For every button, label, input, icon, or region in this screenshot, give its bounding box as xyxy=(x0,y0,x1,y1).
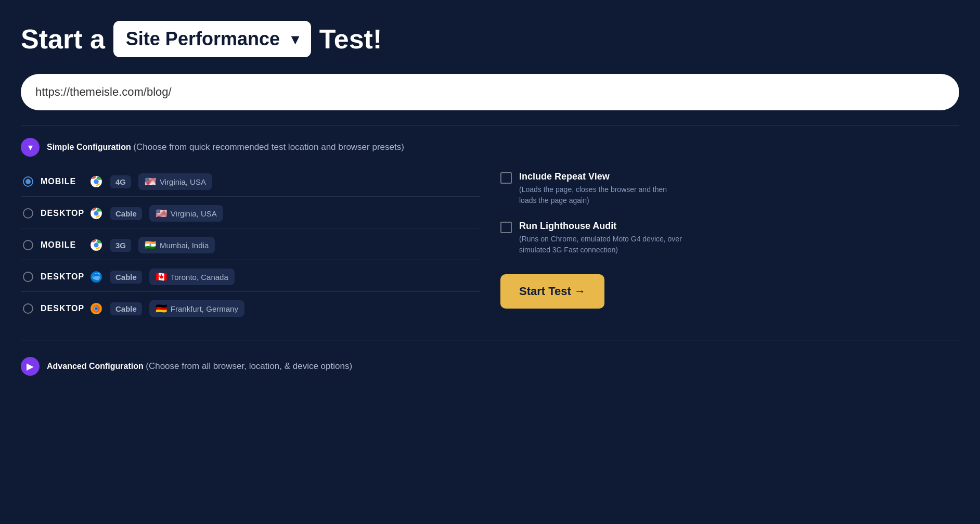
divider-bottom xyxy=(21,340,959,340)
flag-de: 🇩🇪 xyxy=(156,303,167,314)
simple-config-section: ▾ Simple Configuration (Choose from quic… xyxy=(21,138,959,323)
lighthouse-checkbox[interactable] xyxy=(500,222,512,233)
test-option-desktop-cable-virginia[interactable]: DESKTOP Cable 🇺🇸 Virginia, USA xyxy=(21,199,480,228)
test-type-dropdown[interactable]: Site Performance ▾ xyxy=(113,21,311,57)
advanced-config-title: Advanced Configuration (Choose from all … xyxy=(47,361,352,372)
test-type-label: Site Performance xyxy=(126,28,280,50)
right-column: Include Repeat View (Loads the page, clo… xyxy=(500,167,959,309)
test-option-mobile-3g-mumbai[interactable]: MOBILE 3G 🇮🇳 Mumbai, India xyxy=(21,231,480,260)
location-toronto: 🇨🇦 Toronto, Canada xyxy=(149,269,235,285)
flag-us-1: 🇺🇸 xyxy=(145,176,156,187)
flag-ca: 🇨🇦 xyxy=(156,271,167,283)
device-desktop-3: DESKTOP xyxy=(41,304,82,313)
simple-config-toggle-icon: ▾ xyxy=(28,142,33,153)
location-frankfurt: 🇩🇪 Frankfurt, Germany xyxy=(149,300,244,317)
repeat-view-checkbox[interactable] xyxy=(500,172,512,184)
flag-us-2: 🇺🇸 xyxy=(156,208,167,219)
simple-config-header: ▾ Simple Configuration (Choose from quic… xyxy=(21,138,959,157)
divider-top xyxy=(21,125,959,125)
svg-point-5 xyxy=(94,211,98,215)
repeat-view-text: Include Repeat View (Loads the page, clo… xyxy=(519,171,686,206)
advanced-config-toggle-icon: ▶ xyxy=(27,361,34,372)
speed-cable-1: Cable xyxy=(110,207,142,220)
test-option-mobile-4g-virginia[interactable]: MOBILE 4G 🇺🇸 xyxy=(21,167,480,197)
firefox-icon xyxy=(89,302,103,315)
svg-point-12 xyxy=(95,307,97,310)
start-test-button[interactable]: Start Test → xyxy=(500,274,604,309)
svg-point-3 xyxy=(94,179,98,184)
radio-mobile-3g-mumbai[interactable] xyxy=(23,240,33,250)
speed-3g-1: 3G xyxy=(110,239,131,252)
url-input-container xyxy=(21,74,959,110)
device-mobile-2: MOBILE xyxy=(41,240,82,250)
main-content: MOBILE 4G 🇺🇸 xyxy=(21,167,959,323)
speed-4g-1: 4G xyxy=(110,175,131,188)
advanced-config-toggle[interactable]: ▶ xyxy=(21,357,40,376)
advanced-config-section: ▶ Advanced Configuration (Choose from al… xyxy=(21,357,959,376)
chrome-icon-3 xyxy=(89,238,103,252)
repeat-view-option[interactable]: Include Repeat View (Loads the page, clo… xyxy=(500,171,959,206)
speed-cable-2: Cable xyxy=(110,271,142,284)
simple-config-toggle[interactable]: ▾ xyxy=(21,138,40,157)
test-option-desktop-cable-toronto[interactable]: DESKTOP Cable 🇨🇦 Toronto, Canada xyxy=(21,262,480,292)
radio-desktop-cable-toronto[interactable] xyxy=(23,272,33,282)
lighthouse-option[interactable]: Run Lighthouse Audit (Runs on Chrome, em… xyxy=(500,221,959,255)
location-virginia-2: 🇺🇸 Virginia, USA xyxy=(149,205,223,222)
location-mumbai: 🇮🇳 Mumbai, India xyxy=(138,237,215,253)
chrome-icon-1 xyxy=(89,175,103,188)
device-desktop-2: DESKTOP xyxy=(41,272,82,282)
start-label: Start a xyxy=(21,23,105,55)
location-virginia-1: 🇺🇸 Virginia, USA xyxy=(138,173,212,190)
chrome-icon-2 xyxy=(89,207,103,220)
radio-mobile-4g-virginia[interactable] xyxy=(23,176,33,187)
test-options-list: MOBILE 4G 🇺🇸 xyxy=(21,167,480,323)
speed-cable-3: Cable xyxy=(110,302,142,315)
svg-point-7 xyxy=(94,242,98,247)
chevron-down-icon: ▾ xyxy=(291,31,299,48)
page-header: Start a Site Performance ▾ Test! xyxy=(21,21,959,57)
device-mobile-1: MOBILE xyxy=(41,177,82,186)
url-input[interactable] xyxy=(21,74,959,110)
edge-icon xyxy=(89,270,103,284)
flag-in: 🇮🇳 xyxy=(145,239,156,251)
advanced-config-header: ▶ Advanced Configuration (Choose from al… xyxy=(21,357,959,376)
test-label: Test! xyxy=(319,23,382,55)
radio-desktop-cable-frankfurt[interactable] xyxy=(23,303,33,314)
lighthouse-text: Run Lighthouse Audit (Runs on Chrome, em… xyxy=(519,221,686,255)
test-option-desktop-cable-frankfurt[interactable]: DESKTOP Cable 🇩🇪 Frankfurt, Germany xyxy=(21,294,480,323)
simple-config-title: Simple Configuration (Choose from quick … xyxy=(47,142,404,152)
radio-desktop-cable-virginia[interactable] xyxy=(23,208,33,219)
device-desktop-1: DESKTOP xyxy=(41,209,82,218)
